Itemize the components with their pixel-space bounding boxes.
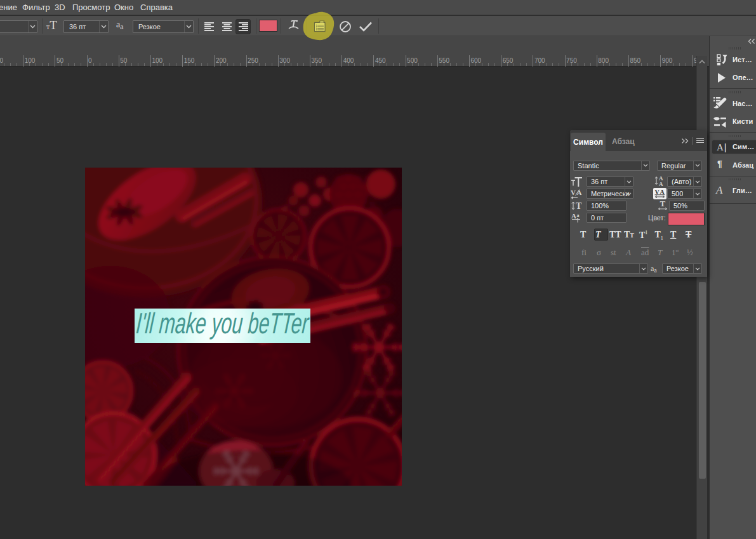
svg-text:T: T — [660, 200, 666, 208]
svg-text:A: A — [659, 181, 663, 187]
svg-text:T: T — [576, 201, 582, 211]
svg-text:A: A — [571, 213, 576, 220]
svg-text:V: V — [571, 189, 576, 196]
svg-text:V: V — [655, 188, 660, 195]
svg-text:a: a — [577, 213, 580, 218]
svg-text:A: A — [660, 188, 665, 195]
